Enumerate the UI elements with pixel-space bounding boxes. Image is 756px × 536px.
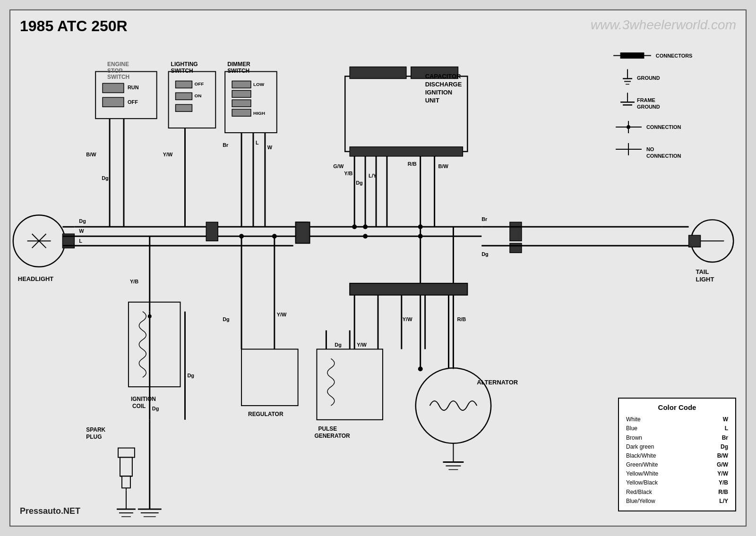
svg-text:B/W: B/W xyxy=(86,152,96,157)
svg-text:OFF: OFF xyxy=(194,81,204,86)
svg-point-123 xyxy=(239,234,244,238)
svg-text:NO: NO xyxy=(646,146,654,152)
svg-rect-19 xyxy=(232,100,251,107)
svg-rect-102 xyxy=(510,243,522,253)
svg-rect-41 xyxy=(689,235,701,247)
svg-text:PULSE: PULSE xyxy=(318,425,337,432)
svg-text:Y/W: Y/W xyxy=(163,152,173,157)
svg-text:IGNITION: IGNITION xyxy=(131,396,156,402)
svg-text:DISCHARGE: DISCHARGE xyxy=(425,81,462,88)
svg-rect-61 xyxy=(317,349,382,419)
svg-point-148 xyxy=(418,366,423,371)
svg-text:Dg: Dg xyxy=(187,373,194,378)
svg-rect-49 xyxy=(118,448,135,458)
svg-text:SWITCH: SWITCH xyxy=(227,68,249,74)
svg-text:Dg: Dg xyxy=(356,180,363,186)
color-abbr-white: W xyxy=(723,415,728,424)
svg-text:Dg: Dg xyxy=(481,251,489,257)
svg-rect-10 xyxy=(176,93,192,100)
svg-point-99 xyxy=(352,224,357,229)
svg-text:Br: Br xyxy=(223,142,229,148)
svg-text:R/B: R/B xyxy=(408,161,417,167)
svg-text:Dg: Dg xyxy=(152,406,159,411)
svg-text:Dg: Dg xyxy=(79,218,86,224)
svg-rect-1 xyxy=(103,83,124,93)
svg-rect-26 xyxy=(350,67,406,79)
svg-rect-155 xyxy=(620,53,644,59)
color-row-bw: Black/White B/W xyxy=(626,451,728,460)
color-row-gw: Green/White G/W xyxy=(626,460,728,469)
svg-rect-9 xyxy=(176,81,192,88)
svg-text:Y/B: Y/B xyxy=(130,279,138,284)
svg-text:Y/W: Y/W xyxy=(357,342,367,348)
svg-text:L: L xyxy=(79,238,82,244)
svg-text:IGNITION: IGNITION xyxy=(425,89,453,96)
svg-text:STOP: STOP xyxy=(107,68,122,74)
svg-point-131 xyxy=(418,224,423,229)
svg-text:Dg: Dg xyxy=(102,175,109,181)
svg-point-100 xyxy=(363,224,368,229)
svg-text:ENGINE: ENGINE xyxy=(107,61,129,68)
svg-text:UNIT: UNIT xyxy=(425,97,439,104)
svg-point-171 xyxy=(627,125,630,129)
color-code-box: Color Code White W Blue L Brown Br Dark … xyxy=(618,398,736,511)
svg-text:LOW: LOW xyxy=(253,82,265,87)
color-row-rb: Red/Black R/B xyxy=(626,488,728,497)
svg-text:B/W: B/W xyxy=(438,163,449,169)
color-row-yw: Yellow/White Y/W xyxy=(626,469,728,478)
svg-rect-52 xyxy=(122,476,130,488)
svg-rect-101 xyxy=(510,222,522,241)
svg-rect-11 xyxy=(176,104,192,111)
svg-text:Y/W: Y/W xyxy=(403,316,412,322)
svg-text:TAIL: TAIL xyxy=(696,268,709,275)
svg-text:ALTERNATOR: ALTERNATOR xyxy=(477,379,518,386)
svg-text:Dg: Dg xyxy=(335,342,342,348)
svg-point-126 xyxy=(363,234,368,238)
svg-text:W: W xyxy=(79,228,84,234)
svg-rect-28 xyxy=(350,147,463,156)
color-code-title: Color Code xyxy=(626,403,728,411)
pressauto-label: Pressauto.NET xyxy=(20,506,80,516)
svg-rect-85 xyxy=(206,222,218,241)
svg-rect-50 xyxy=(120,458,132,476)
svg-text:DIMMER: DIMMER xyxy=(227,61,250,68)
svg-text:REGULATOR: REGULATOR xyxy=(248,411,284,417)
svg-text:ON: ON xyxy=(194,93,201,98)
svg-text:RUN: RUN xyxy=(128,85,139,90)
svg-text:L: L xyxy=(256,140,259,145)
svg-point-124 xyxy=(272,234,277,238)
color-row-brown: Brown Br xyxy=(626,434,728,442)
svg-text:W: W xyxy=(267,145,273,150)
color-name-white: White xyxy=(626,415,723,424)
svg-text:Y/B: Y/B xyxy=(344,170,352,176)
svg-text:R/B: R/B xyxy=(457,316,466,322)
svg-rect-125 xyxy=(296,222,310,243)
svg-rect-141 xyxy=(350,283,467,295)
svg-text:FRAME: FRAME xyxy=(637,97,655,103)
color-row-dg: Dark green Dg xyxy=(626,442,728,451)
color-row-ly: Blue/Yellow L/Y xyxy=(626,497,728,506)
svg-text:CAPACITOR: CAPACITOR xyxy=(425,73,461,80)
svg-text:COIL: COIL xyxy=(132,403,146,409)
svg-text:CONNECTION: CONNECTION xyxy=(646,153,681,159)
color-row-white: White W xyxy=(626,415,728,424)
svg-text:OFF: OFF xyxy=(128,99,138,105)
svg-rect-44 xyxy=(129,302,180,387)
svg-text:GROUND: GROUND xyxy=(637,104,660,110)
svg-text:Dg: Dg xyxy=(223,316,230,322)
svg-text:HIGH: HIGH xyxy=(253,111,265,116)
svg-text:G/W: G/W xyxy=(333,163,344,169)
svg-rect-17 xyxy=(232,81,251,88)
svg-rect-18 xyxy=(232,90,251,97)
svg-text:Br: Br xyxy=(481,216,488,222)
svg-text:SPARK: SPARK xyxy=(86,426,105,433)
color-row-yb: Yellow/Black Y/B xyxy=(626,478,728,487)
svg-text:CONNECTION: CONNECTION xyxy=(646,124,681,130)
svg-text:PLUG: PLUG xyxy=(86,434,102,440)
color-row-blue: Blue L xyxy=(626,424,728,433)
svg-text:SWITCH: SWITCH xyxy=(171,68,193,74)
main-container: 1985 ATC 250R www.3wheelerworld.com RUN … xyxy=(9,9,747,527)
svg-text:GROUND: GROUND xyxy=(637,75,660,81)
svg-text:SWITCH: SWITCH xyxy=(107,74,129,80)
svg-text:LIGHT: LIGHT xyxy=(696,276,714,283)
